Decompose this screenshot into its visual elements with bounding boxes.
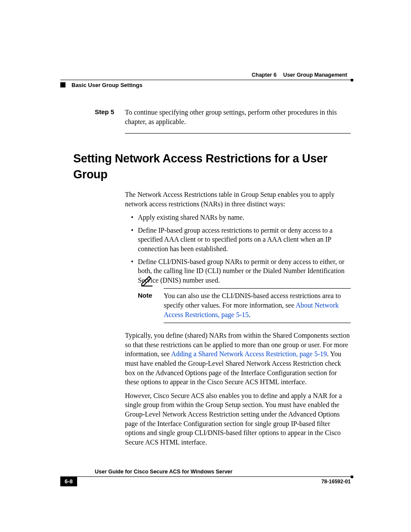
step-text: To continue specifying other group setti… [125,108,351,126]
list-item: Define IP-based group access restriction… [125,226,351,254]
pencil-icon [140,275,153,286]
paragraph: However, Cisco Secure ACS also enables y… [125,391,351,447]
footer-bar: 6-8 78-16592-01 [60,476,351,485]
footer-guide-title: User Guide for Cisco Secure ACS for Wind… [95,468,351,476]
para2-link[interactable]: Adding a Shared Network Access Restricti… [171,350,327,358]
intro-paragraph: The Network Access Restrictions table in… [125,190,351,208]
chapter-label: Chapter 6 [252,72,277,78]
note-text: You can also use the CLI/DNIS-based acce… [164,291,351,319]
page-footer: User Guide for Cisco Secure ACS for Wind… [60,468,351,485]
header-rule-endcap [351,79,353,81]
page-content: Step 5 To continue specifying other grou… [73,108,351,451]
section-divider [125,133,351,134]
page-header: Chapter 6 User Group Management Basic Us… [60,72,351,89]
bullet-list: Apply existing shared NARs by name. Defi… [125,213,351,285]
note-label: Note [138,291,164,300]
chapter-line: Chapter 6 User Group Management [60,72,351,79]
breadcrumb: Basic User Group Settings [60,81,351,89]
note-bottom-rule [164,323,351,323]
body-block: The Network Access Restrictions table in… [125,190,351,447]
list-item: Apply existing shared NARs by name. [125,213,351,222]
step-row: Step 5 To continue specifying other grou… [95,108,351,126]
breadcrumb-text: Basic User Group Settings [72,82,143,88]
section-heading: Setting Network Access Restrictions for … [73,151,351,182]
list-item: Define CLI/DNIS-based group NARs to perm… [125,257,351,285]
footer-rule-endcap [351,476,353,478]
paragraph: Typically, you define (shared) NARs from… [125,331,351,387]
note-text-post: . [249,311,250,318]
breadcrumb-marker-icon [60,82,65,87]
chapter-title: User Group Management [283,72,347,78]
page-number: 6-8 [60,477,77,486]
header-rule [60,80,351,80]
note-top-rule [164,288,351,289]
document-page: Chapter 6 User Group Management Basic Us… [0,0,411,532]
document-number: 78-16592-01 [321,478,351,485]
note-block: Note You can also use the CLI/DNIS-based… [138,288,351,323]
step-label: Step 5 [95,108,125,126]
